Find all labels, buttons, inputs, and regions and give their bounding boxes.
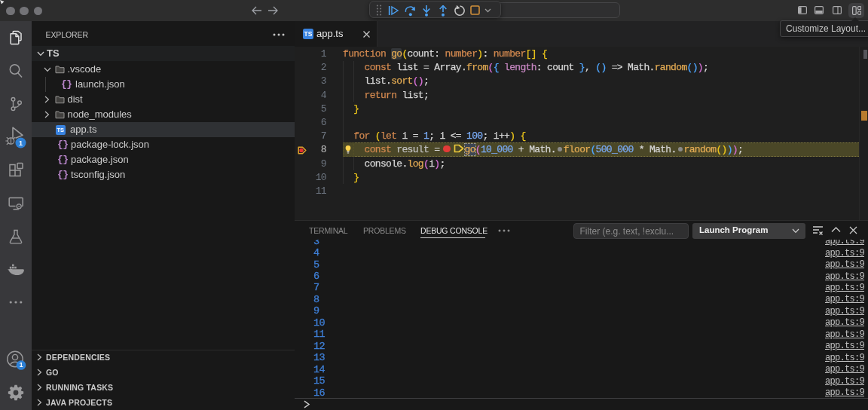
svg-text:1: 1 [20,361,23,369]
svg-text:1: 1 [19,139,23,147]
